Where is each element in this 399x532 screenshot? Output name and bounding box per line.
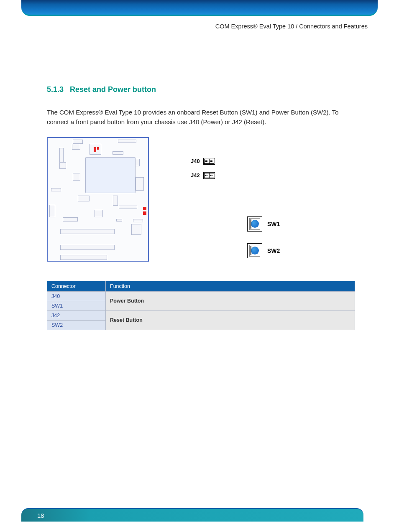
diagram-row: J40 J42 — [47, 137, 355, 270]
pin-header-icon — [203, 158, 215, 165]
table-row: J42 Reset Button — [47, 311, 355, 320]
page-number: 18 — [37, 512, 44, 519]
function-cell: Power Button — [106, 291, 355, 311]
j42-label-row: J42 — [191, 172, 280, 179]
function-cell: Reset Button — [106, 311, 355, 330]
connector-cell: SW2 — [47, 320, 106, 330]
sw1-label: SW1 — [267, 221, 280, 227]
connector-cell: J42 — [47, 311, 106, 320]
j40-label: J40 — [191, 158, 200, 164]
table-header-connector: Connector — [47, 281, 106, 291]
pin-header-icon — [203, 172, 215, 179]
section-number: 5.1.3 — [47, 85, 64, 94]
sw1-row: SW1 — [247, 216, 280, 232]
page-footer: 18 — [21, 508, 363, 522]
table-header-function: Function — [106, 281, 355, 291]
board-diagram — [47, 137, 149, 262]
page-content: 5.1.3 Reset and Power button The COM Exp… — [0, 16, 399, 330]
switch-icon — [247, 216, 262, 232]
j42-label: J42 — [191, 172, 200, 178]
connector-cell: SW1 — [47, 301, 106, 311]
j40-label-row: J40 — [191, 158, 280, 165]
section-body: The COM Express® Eval Type 10 provides a… — [47, 107, 355, 127]
sw2-row: SW2 — [247, 243, 280, 258]
switch-group: SW1 SW2 — [191, 216, 280, 258]
table-row: J40 Power Button — [47, 291, 355, 301]
section-title: Reset and Power button — [70, 85, 156, 94]
connector-labels: J40 J42 — [191, 137, 280, 270]
sw2-label: SW2 — [267, 247, 280, 254]
connector-table: Connector Function J40 Power Button SW1 … — [47, 281, 355, 330]
top-banner — [21, 0, 378, 16]
connector-cell: J40 — [47, 291, 106, 301]
switch-icon — [247, 243, 262, 258]
header-breadcrumb: COM Express® Eval Type 10 / Connectors a… — [215, 23, 368, 30]
section-heading: 5.1.3 Reset and Power button — [47, 85, 355, 94]
